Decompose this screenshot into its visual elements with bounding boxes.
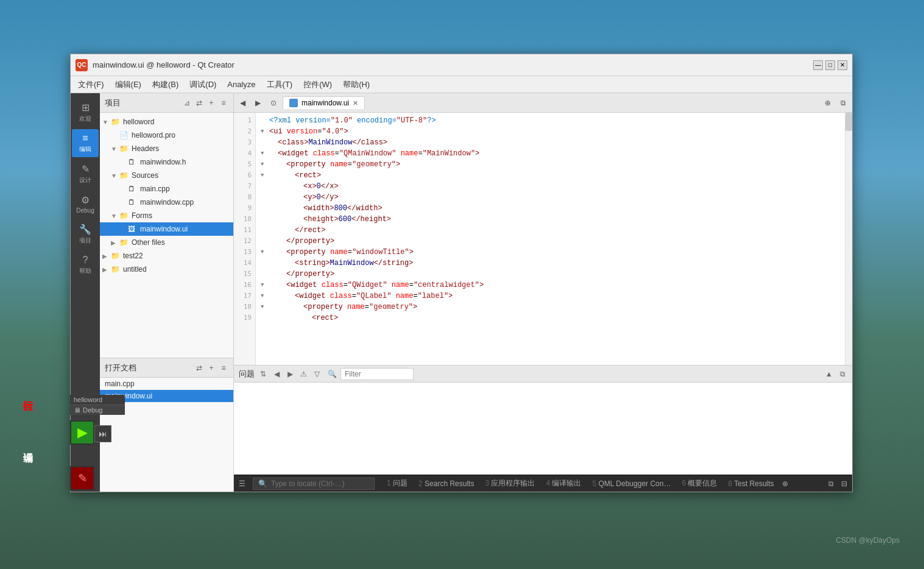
folder-icon: 📁 bbox=[111, 252, 121, 260]
status-tab-qml-debugger[interactable]: 5 QML Debugger Con… bbox=[587, 478, 675, 489]
menu-analyze[interactable]: Analyze bbox=[222, 79, 260, 90]
status-tab-test-results[interactable]: 8 Test Results bbox=[723, 478, 778, 489]
line-number: 1 bbox=[234, 115, 255, 126]
fold-arrow[interactable]: ▼ bbox=[261, 159, 269, 170]
run-debug-button[interactable]: ⏭ bbox=[94, 425, 111, 442]
nav-forward-button[interactable]: ▶ bbox=[252, 97, 264, 108]
scrollbar-thumb[interactable] bbox=[845, 113, 852, 131]
code-content[interactable]: <?xml version="1.0" encoding="UTF-8"?> ▼… bbox=[256, 113, 845, 365]
menu-help[interactable]: 帮助(H) bbox=[338, 78, 375, 91]
close-button[interactable]: ✕ bbox=[838, 60, 847, 70]
tree-item-mainwindow-ui[interactable]: 🖼 mainwindow.ui bbox=[100, 222, 233, 236]
tree-item-mainwindow-cpp[interactable]: 🗒 mainwindow.cpp bbox=[100, 196, 233, 209]
sidebar-item-edit[interactable]: ≡ 编辑 bbox=[72, 129, 99, 157]
compile-button[interactable]: ✎ bbox=[70, 466, 94, 490]
tree-item-sources[interactable]: ▼ 📁 Sources bbox=[100, 169, 233, 182]
tree-item-forms[interactable]: ▼ 📁 Forms bbox=[100, 209, 233, 222]
sidebar-item-debug[interactable]: ⚙ Debug bbox=[72, 191, 99, 217]
fold-arrow[interactable] bbox=[261, 258, 269, 269]
menu-debug[interactable]: 调试(D) bbox=[185, 78, 221, 91]
tree-item-headers[interactable]: ▼ 📁 Headers bbox=[100, 142, 233, 155]
fold-arrow[interactable]: ▼ bbox=[261, 291, 269, 302]
next-icon[interactable]: ▶ bbox=[285, 369, 295, 379]
status-tab-app-output[interactable]: 3 应用程序输出 bbox=[480, 477, 540, 490]
filter-icon[interactable]: ⊿ bbox=[182, 98, 192, 108]
debug-selector[interactable]: 🖥 Debug bbox=[70, 405, 125, 415]
expand-panel-icon[interactable]: ▲ bbox=[824, 369, 834, 379]
tree-item-untitled[interactable]: ▶ 📁 untitled bbox=[100, 263, 233, 276]
fold-arrow[interactable] bbox=[261, 269, 269, 280]
sort-icon[interactable]: ⇅ bbox=[258, 369, 268, 379]
menu-file[interactable]: 文件(F) bbox=[73, 78, 109, 91]
fold-arrow[interactable] bbox=[261, 115, 269, 126]
fold-arrow[interactable]: ▼ bbox=[261, 170, 269, 181]
locate-search[interactable]: 🔍 bbox=[253, 478, 375, 490]
tree-item-mainwindow-h[interactable]: 🗒 mainwindow.h bbox=[100, 155, 233, 169]
fold-arrow[interactable] bbox=[261, 236, 269, 247]
fold-arrow[interactable] bbox=[261, 225, 269, 236]
warning-icon[interactable]: ⚠ bbox=[298, 369, 308, 379]
split-button[interactable]: ⧉ bbox=[837, 97, 850, 108]
close-tab-icon[interactable]: ✕ bbox=[353, 99, 358, 107]
locate-input[interactable] bbox=[271, 479, 369, 488]
sync-icon[interactable]: ⇄ bbox=[194, 98, 204, 108]
fold-arrow[interactable]: ▼ bbox=[261, 126, 269, 137]
nav-recent-button[interactable]: ⊙ bbox=[267, 97, 280, 108]
sidebar-item-welcome[interactable]: ⊞ 欢迎 bbox=[72, 98, 99, 127]
fold-arrow[interactable] bbox=[261, 137, 269, 148]
detach-icon[interactable]: ⧉ bbox=[828, 479, 834, 488]
vertical-scrollbar[interactable] bbox=[845, 113, 852, 365]
project-panel: 项目 ⊿ ⇄ + ≡ ▼ 📁 helloword bbox=[100, 93, 234, 492]
fold-arrow[interactable] bbox=[261, 203, 269, 214]
fold-arrow[interactable]: ▼ bbox=[261, 148, 269, 159]
menu-build[interactable]: 构建(B) bbox=[147, 78, 183, 91]
editor-tab-mainwindow-ui[interactable]: mainwindow.ui ✕ bbox=[283, 96, 365, 109]
status-tab-search-results[interactable]: 2 Search Results bbox=[414, 478, 479, 489]
watermark: CSDN @kyDayOps bbox=[836, 536, 900, 545]
filter-icon2[interactable]: ▽ bbox=[312, 369, 322, 379]
run-play-button[interactable]: ▶ bbox=[70, 420, 94, 445]
minimize-button[interactable]: — bbox=[813, 60, 823, 70]
fold-arrow[interactable]: ▼ bbox=[261, 247, 269, 258]
sidebar-toggle-icon[interactable]: ☰ bbox=[239, 479, 245, 488]
fold-arrow[interactable] bbox=[261, 214, 269, 225]
tree-item-helloword-pro[interactable]: 📄 helloword.pro bbox=[100, 129, 233, 142]
filter-input[interactable] bbox=[340, 368, 414, 380]
tree-item-test22[interactable]: ▶ 📁 test22 bbox=[100, 249, 233, 263]
options-button[interactable]: ⊕ bbox=[821, 97, 834, 108]
layout-icon[interactable]: ⊟ bbox=[841, 479, 847, 488]
fold-arrow[interactable] bbox=[261, 181, 269, 192]
sidebar-item-design[interactable]: ✎ 设计 bbox=[72, 160, 99, 188]
doc-item-main-cpp[interactable]: main.cpp bbox=[100, 378, 233, 390]
menu-controls[interactable]: 控件(W) bbox=[298, 78, 337, 91]
add-icon[interactable]: + bbox=[206, 363, 216, 373]
sidebar-item-project[interactable]: 🔧 项目 bbox=[72, 220, 99, 249]
status-tab-compile-output[interactable]: 4 编译输出 bbox=[541, 477, 586, 490]
status-tab-problems[interactable]: 1 问题 bbox=[382, 477, 412, 490]
tree-item-other-files[interactable]: ▶ 📁 Other files bbox=[100, 236, 233, 249]
code-editor[interactable]: 1 2 3 4 5 6 7 8 9 10 11 12 13 14 15 16 1 bbox=[234, 113, 852, 365]
collapse-icon[interactable]: ≡ bbox=[219, 98, 228, 108]
more-tabs-icon[interactable]: ⊕ bbox=[780, 479, 790, 489]
fold-arrow[interactable] bbox=[261, 313, 269, 323]
helloword-selector[interactable]: helloword bbox=[70, 395, 125, 405]
maximize-button[interactable]: □ bbox=[825, 60, 835, 70]
fold-arrow[interactable]: ▼ bbox=[261, 302, 269, 313]
sidebar-item-help[interactable]: ? 帮助 bbox=[72, 251, 99, 279]
sync-icon[interactable]: ⇄ bbox=[194, 363, 204, 373]
fold-arrow[interactable]: ▼ bbox=[261, 280, 269, 291]
nav-back-button[interactable]: ◀ bbox=[236, 97, 249, 108]
expand-icon[interactable]: + bbox=[206, 98, 216, 108]
tree-item-main-cpp[interactable]: 🗒 main.cpp bbox=[100, 182, 233, 196]
line-numbers: 1 2 3 4 5 6 7 8 9 10 11 12 13 14 15 16 1 bbox=[234, 113, 256, 365]
tree-label: helloword.pro bbox=[132, 131, 175, 140]
menu-tools[interactable]: 工具(T) bbox=[262, 78, 298, 91]
list-icon[interactable]: ≡ bbox=[219, 363, 228, 373]
tree-item-helloword[interactable]: ▼ 📁 helloword bbox=[100, 115, 233, 129]
tree-label: mainwindow.h bbox=[140, 158, 186, 166]
fold-arrow[interactable] bbox=[261, 192, 269, 203]
menu-edit[interactable]: 编辑(E) bbox=[110, 78, 146, 91]
status-tab-overview[interactable]: 6 概要信息 bbox=[677, 477, 722, 490]
maximize-panel-icon[interactable]: ⧉ bbox=[838, 369, 847, 379]
prev-icon[interactable]: ◀ bbox=[272, 369, 281, 379]
